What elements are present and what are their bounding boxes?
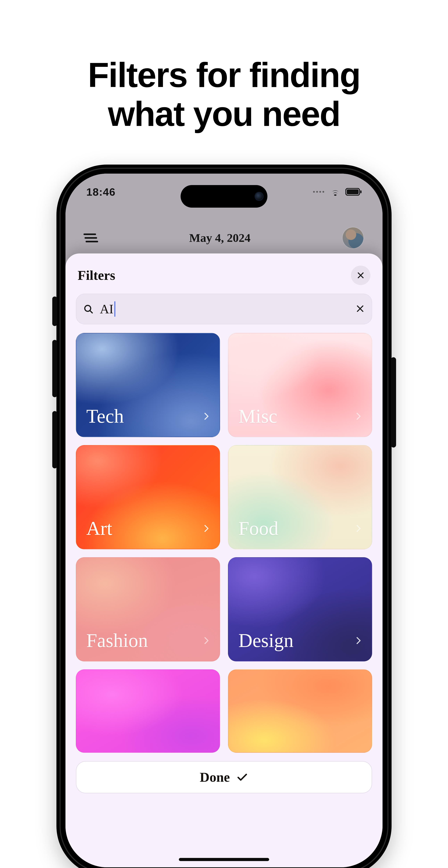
category-card-art[interactable]: Art [76,445,220,549]
sheet-header: Filters [76,253,372,294]
category-label: Tech [86,405,124,427]
dynamic-island [181,185,267,208]
phone-screen: 18:46 [65,174,383,867]
background-date: May 4, 2024 [189,231,250,245]
chevron-right-icon [354,524,363,533]
category-card-partial-1[interactable] [76,670,220,753]
check-icon [236,771,248,783]
close-button[interactable] [351,266,370,285]
chevron-right-icon [354,636,363,645]
category-label: Food [238,517,278,539]
done-button[interactable]: Done [76,761,372,793]
category-label: Fashion [86,629,148,652]
search-value-text: AI [100,301,115,317]
svg-rect-1 [347,189,359,194]
cellular-dots-icon [313,191,324,193]
headline-line-2: what you need [0,94,448,133]
category-card-tech[interactable]: Tech [76,333,220,437]
chevron-right-icon [202,412,211,421]
category-card-food[interactable]: Food [228,445,372,549]
background-app-header: May 4, 2024 [65,222,383,253]
device-volume-down [52,411,57,468]
category-label: Art [86,517,112,539]
headline-line-1: Filters for finding [0,56,448,94]
svg-rect-2 [360,190,361,193]
device-side-switch [52,297,57,326]
chevron-right-icon [354,412,363,421]
search-wrap: AI [76,294,372,324]
done-label: Done [200,769,230,785]
category-card-partial-2[interactable] [228,670,372,753]
category-card-fashion[interactable]: Fashion [76,557,220,661]
done-bar: Done [76,761,372,806]
search-icon [83,304,94,314]
marketing-headline: Filters for finding what you need [0,56,448,133]
search-input[interactable]: AI [76,294,372,324]
menu-icon[interactable] [85,234,97,242]
category-card-design[interactable]: Design [228,557,372,661]
clear-search-button[interactable] [355,304,365,314]
chevron-right-icon [202,524,211,533]
category-label: Misc [238,405,277,427]
wifi-icon [330,188,341,196]
filters-sheet: Filters AI [65,253,383,867]
front-camera-icon [255,192,264,201]
chevron-right-icon [202,636,211,645]
status-time: 18:46 [86,186,116,198]
category-label: Design [238,629,294,652]
device-power-button [391,357,396,447]
close-icon [357,271,365,279]
device-volume-up [52,340,57,397]
phone-frame: 18:46 [56,164,392,868]
battery-icon [346,188,362,196]
status-icons [313,188,362,196]
avatar[interactable] [342,227,363,248]
category-grid: Tech Misc Ar [76,333,372,753]
text-caret [114,301,115,317]
category-card-misc[interactable]: Misc [228,333,372,437]
home-indicator[interactable] [179,858,269,861]
sheet-title: Filters [78,268,115,283]
